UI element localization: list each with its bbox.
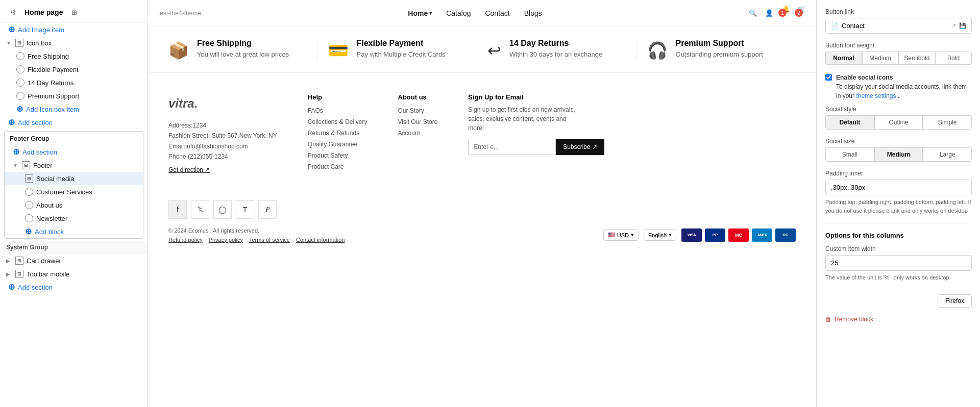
sidebar-item-cart-drawer[interactable]: ▶ ⊞ Cart drawer [0,254,148,267]
cart-badge: 2 [795,9,803,17]
sidebar-item-customer-services[interactable]: Customer Services [5,185,143,198]
list-item[interactable]: Returns & Refunds [308,130,368,137]
fw-tab-medium[interactable]: Medium [862,52,899,65]
padding-inner-input[interactable] [825,180,972,195]
sz-tab-large[interactable]: Large [923,147,972,162]
group-icon: ⊞ [15,257,23,265]
sidebar-item-social-media[interactable]: ⊞ Social media [5,172,143,185]
firefox-button[interactable]: Firefox [938,294,972,308]
social-media-icon: ⊞ [25,174,33,183]
main-preview: test-the4-theme Home ▾ Catalog Contact B… [148,0,817,407]
sidebar-item-newsletter[interactable]: Newsletter [5,212,143,225]
add-image-item-btn[interactable]: ⊕ Add Image item [0,23,148,36]
wishlist-icon[interactable]: 🔔1 [781,5,790,21]
sidebar-item-premium-support[interactable]: Premium Support [0,89,148,103]
icon-box-group[interactable]: ▼ ⊞ Icon box [0,36,148,49]
sidebar-item-footer[interactable]: ▼ ⊞ Footer [5,159,143,172]
nav-link-contact[interactable]: Contact [485,9,509,17]
item-icon [16,52,24,60]
plus-icon: ⊕ [8,118,15,126]
firefox-bar: Firefox [825,290,972,312]
save-icon: 💾 [959,22,966,29]
add-block-btn[interactable]: ⊕ Add block [5,225,143,238]
language-selector[interactable]: English ▾ [644,229,676,241]
options-title: Options for this columns [825,232,972,239]
footer-group-icon: ⊞ [22,161,30,169]
feature-desc-0: You will love at great low prices [197,50,289,59]
footer-bottom: © 2024 Ecomus . All rights reserved. Ref… [168,219,796,243]
remove-block-button[interactable]: 🗑 Remove block [825,312,972,327]
sidebar-item-toolbar-mobile[interactable]: ▶ ⊞ Toolbar mobile [0,267,148,281]
add-icon-box-item-btn[interactable]: ⊕ Add Icon box item [0,103,148,116]
list-item[interactable]: FAQs [308,107,368,114]
sidebar-item-flexible-payment[interactable]: Flexible Payment [0,63,148,76]
account-icon[interactable]: 👤 [765,9,773,17]
sidebar-item-free-shipping[interactable]: Free Shipping [0,49,148,63]
social-icon-pinterest[interactable]: 𝑃 [258,200,277,219]
footer-directions-link[interactable]: Get direction ↗ [168,165,277,175]
social-icon-facebook[interactable]: f [168,200,187,219]
custom-width-input[interactable] [825,255,972,271]
nav-link-blogs[interactable]: Blogs [524,9,542,17]
email-input[interactable] [468,139,556,155]
custom-width-label: Custom item width [825,245,972,252]
list-item[interactable]: Collections & Delivery [308,118,368,125]
footer-logo: vitra. [168,93,277,114]
ss-tab-simple[interactable]: Simple [923,115,972,130]
apps-icon[interactable]: ⊞ [67,5,81,19]
footer-link-privacy[interactable]: Privacy policy [209,237,243,243]
nav-link-home[interactable]: Home ▾ [408,9,432,17]
footer-link-refund[interactable]: Refund policy [168,237,203,243]
feature-box-0: 📦 Free Shipping You will love at great l… [168,39,318,60]
chevron-down-icon: ▾ [631,232,634,238]
footer-link-contact[interactable]: Contact information [296,237,345,243]
social-icon-instagram[interactable]: ◯ [213,200,232,219]
sz-tab-medium[interactable]: Medium [874,147,923,162]
add-section-bottom-btn[interactable]: ⊕ Add section [0,281,148,294]
list-item[interactable]: Our Story [398,107,438,114]
feature-desc-3: Outstanding premium support [676,50,763,59]
footer-help-list: FAQs Collections & Delivery Returns & Re… [308,107,368,170]
ss-tab-outline[interactable]: Outline [874,115,923,130]
feature-text-3: Premium Support Outstanding premium supp… [676,39,763,59]
padding-inner-group: Padding inner Padding top, padding right… [825,170,972,215]
list-item[interactable]: Product Safety [308,152,368,159]
list-item[interactable]: Account [398,130,438,137]
remove-block-label: Remove block [835,316,873,323]
footer-link-terms[interactable]: Terms of service [249,237,290,243]
enable-social-checkbox[interactable] [825,74,832,81]
list-item[interactable]: Product Care [308,163,368,170]
cart-icon[interactable]: 🛒2 [798,5,806,21]
social-icons-row: f 𝕏 ◯ T 𝑃 [168,200,796,219]
fw-tab-semibold[interactable]: Semibold [899,52,936,65]
social-icon-x[interactable]: 𝕏 [191,200,209,219]
footer-address: vitra. Address:1234 Fashion Street, Suit… [168,93,277,175]
subscribe-button[interactable]: Subscribe ↗ [556,139,604,155]
settings-icon[interactable]: ⚙ [6,5,20,19]
footer-signup-title: Sign Up for Email [468,93,604,101]
button-link-label: Button link [825,8,972,15]
fw-tab-normal[interactable]: Normal [825,52,862,65]
language-label: English [648,232,667,238]
currency-selector[interactable]: 🇺🇸 USD ▾ [603,229,639,241]
feature-text-0: Free Shipping You will love at great low… [197,39,289,59]
theme-settings-link[interactable]: theme settings [856,92,896,99]
search-icon[interactable]: 🔍 [749,9,757,17]
sidebar-item-14-day-returns[interactable]: 14 Day Returns [0,76,148,89]
ss-tab-default[interactable]: Default [825,115,874,130]
list-item[interactable]: Quality Guarantee [308,141,368,148]
font-weight-label: Button font weight [825,42,972,49]
footer-group-header[interactable]: Footer Group [5,132,143,145]
add-section-btn-1[interactable]: ⊕ Add section [0,116,148,129]
doc-icon: 📄 [831,22,839,30]
fw-tab-bold[interactable]: Bold [935,52,972,65]
nav-link-catalog[interactable]: Catalog [446,9,471,17]
button-link-input[interactable]: 📄 Contact ↗ 💾 [825,18,972,34]
sidebar-item-about-us[interactable]: About us [5,198,143,212]
external-link-icon: ↗ [951,22,956,29]
add-section-footer-btn[interactable]: ⊕ Add section [5,145,143,159]
social-icon-tiktok[interactable]: T [236,200,254,219]
sz-tab-small[interactable]: Small [825,147,874,162]
feature-box-1: 💳 Flexible Payment Pay with Multiple Cre… [318,39,478,60]
list-item[interactable]: Visit Our Store [398,118,438,125]
